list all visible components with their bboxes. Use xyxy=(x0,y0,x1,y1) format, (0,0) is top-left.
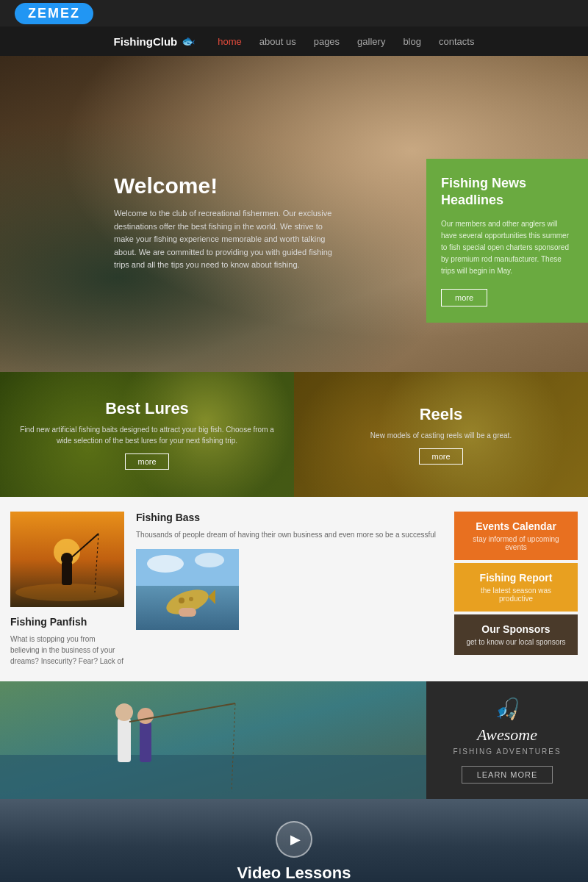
reels-card: Reels New models of casting reels will b… xyxy=(294,372,588,497)
mid-section: Fishing Panfish What is stopping you fro… xyxy=(0,497,588,681)
nav-gallery[interactable]: gallery xyxy=(357,36,385,47)
bass-svg xyxy=(136,549,239,630)
products-section: Best Lures Find new artificial fishing b… xyxy=(0,372,588,497)
news-card-text: Our members and other anglers will have … xyxy=(441,218,573,277)
sponsors-card[interactable]: Our Sponsors get to know our local spons… xyxy=(454,614,578,655)
report-title: Fishing Report xyxy=(466,572,566,584)
nav-about[interactable]: about us xyxy=(259,36,296,47)
nav-blog[interactable]: blog xyxy=(403,36,421,47)
zemez-logo[interactable]: ZEMEZ xyxy=(15,3,93,24)
video-title-wrap: ▶ Video Lessons xyxy=(237,821,351,882)
awesome-section: 🎣 Awesome FISHING ADVENTURES LEARN MORE xyxy=(0,681,588,799)
fish-icon: 🐟 xyxy=(182,35,196,48)
awesome-title: Awesome xyxy=(477,725,537,745)
svg-point-13 xyxy=(179,598,184,603)
svg-point-19 xyxy=(115,703,133,721)
lures-title: Best Lures xyxy=(105,399,189,418)
bass-image xyxy=(136,549,239,630)
news-card: Fishing News Headlines Our members and o… xyxy=(426,159,588,323)
reels-title: Reels xyxy=(420,405,463,424)
mid-center: Fishing Bass Thousands of people dream o… xyxy=(124,512,454,667)
learn-more-button[interactable]: LEARN MORE xyxy=(462,766,553,784)
svg-point-21 xyxy=(137,708,154,724)
nav-pages[interactable]: pages xyxy=(314,36,340,47)
reels-text: New models of casting reels will be a gr… xyxy=(370,430,512,441)
svg-point-10 xyxy=(195,553,224,567)
svg-rect-3 xyxy=(62,562,72,585)
mid-right: Events Calendar stay informed of upcomin… xyxy=(454,512,578,667)
couple-fishing-svg xyxy=(0,681,426,799)
reels-more-button[interactable]: more xyxy=(419,448,462,465)
news-card-title: Fishing News Headlines xyxy=(441,175,573,209)
events-sub: stay informed of upcoming events xyxy=(466,535,566,551)
bass-title: Fishing Bass xyxy=(136,512,442,523)
svg-rect-15 xyxy=(179,608,196,617)
nav-contacts[interactable]: contacts xyxy=(439,36,474,47)
hero-text: Welcome to the club of recreational fish… xyxy=(114,207,342,272)
panfish-image xyxy=(10,512,124,607)
video-title: Video Lessons xyxy=(237,864,351,882)
awesome-sub: FISHING ADVENTURES xyxy=(453,747,561,756)
awesome-photo xyxy=(0,681,426,799)
svg-rect-20 xyxy=(140,722,151,762)
news-more-button[interactable]: more xyxy=(441,289,487,306)
video-play-button[interactable]: ▶ xyxy=(276,821,312,858)
svg-point-14 xyxy=(189,597,193,601)
sponsors-sub: get to know our local sponsors xyxy=(466,638,566,646)
events-title: Events Calendar xyxy=(466,520,566,532)
panfish-title: Fishing Panfish xyxy=(10,616,124,628)
svg-rect-18 xyxy=(118,718,131,762)
hero-section: Welcome! Welcome to the club of recreati… xyxy=(0,56,588,372)
nav-links: home about us pages gallery blog contact… xyxy=(218,36,474,47)
panfish-svg xyxy=(10,512,124,607)
main-nav: FishingClub 🐟 home about us pages galler… xyxy=(0,26,588,56)
top-bar: ZEMEZ 👤 xyxy=(0,0,588,26)
mid-left: Fishing Panfish What is stopping you fro… xyxy=(10,512,124,667)
svg-point-9 xyxy=(147,555,184,573)
hero-title: Welcome! xyxy=(114,173,342,198)
panfish-text: What is stopping you from believing in t… xyxy=(10,634,124,667)
lures-card: Best Lures Find new artificial fishing b… xyxy=(0,372,294,497)
svg-rect-17 xyxy=(0,755,426,799)
lures-text: Find new artificial fishing baits design… xyxy=(12,424,282,446)
lures-overlay: Best Lures Find new artificial fishing b… xyxy=(0,372,294,497)
nav-brand: FishingClub 🐟 xyxy=(114,35,196,48)
reels-overlay: Reels New models of casting reels will b… xyxy=(294,372,588,497)
sponsors-title: Our Sponsors xyxy=(466,623,566,635)
report-card[interactable]: Fishing Report the latest season was pro… xyxy=(454,563,578,612)
bass-text: Thousands of people dream of having thei… xyxy=(136,529,442,540)
events-card[interactable]: Events Calendar stay informed of upcomin… xyxy=(454,512,578,560)
lures-more-button[interactable]: more xyxy=(125,453,168,470)
video-section: ▶ Video Lessons xyxy=(0,799,588,882)
report-sub: the latest season was productive xyxy=(466,587,566,603)
play-icon: ▶ xyxy=(290,831,301,847)
awesome-text-side: 🎣 Awesome FISHING ADVENTURES LEARN MORE xyxy=(426,681,588,799)
nav-home[interactable]: home xyxy=(218,36,242,47)
fishing-icon: 🎣 xyxy=(495,697,520,721)
hero-content: Welcome! Welcome to the club of recreati… xyxy=(114,173,342,272)
svg-point-1 xyxy=(15,584,118,601)
